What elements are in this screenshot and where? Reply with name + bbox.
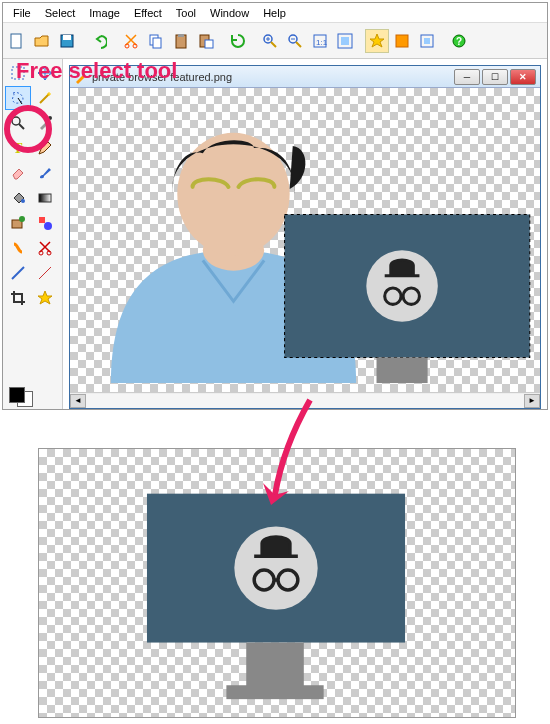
save-button[interactable] (55, 29, 79, 53)
main-toolbar: 1:1 ? (3, 23, 547, 59)
menubar: File Select Image Effect Tool Window Hel… (3, 3, 547, 23)
svg-rect-10 (205, 40, 213, 48)
svg-point-35 (19, 216, 25, 222)
document-window: private browser featured.png ─ ☐ ✕ (69, 65, 541, 409)
scroll-left-button[interactable]: ◄ (70, 394, 86, 408)
svg-text:?: ? (456, 36, 462, 47)
tool-brush[interactable] (32, 161, 58, 185)
foreground-color[interactable] (9, 387, 25, 403)
svg-rect-51 (246, 643, 304, 691)
tool-eraser[interactable] (5, 161, 31, 185)
svg-text:1:1: 1:1 (316, 38, 328, 47)
cut-button[interactable] (119, 29, 143, 53)
workspace: T private browser featured.pn (3, 59, 547, 409)
svg-rect-33 (39, 194, 51, 202)
tool-clone[interactable] (5, 211, 31, 235)
tool-shapes[interactable] (32, 211, 58, 235)
help-button[interactable]: ? (447, 29, 471, 53)
svg-rect-36 (39, 217, 45, 223)
undo-button[interactable] (87, 29, 111, 53)
svg-rect-0 (11, 34, 21, 48)
svg-rect-6 (153, 38, 161, 48)
svg-point-32 (21, 199, 25, 203)
menu-effect[interactable]: Effect (128, 5, 168, 21)
annotation-label: Free select tool (16, 58, 177, 84)
layer2-button[interactable] (415, 29, 439, 53)
tool-star[interactable] (32, 286, 58, 310)
open-button[interactable] (30, 29, 54, 53)
zoom-in-button[interactable] (258, 29, 282, 53)
paste-new-button[interactable] (194, 29, 218, 53)
zoom-actual-button[interactable]: 1:1 (308, 29, 332, 53)
copy-button[interactable] (144, 29, 168, 53)
minimize-button[interactable]: ─ (454, 69, 480, 85)
svg-rect-2 (63, 35, 71, 40)
scroll-right-button[interactable]: ► (524, 394, 540, 408)
paste-button[interactable] (169, 29, 193, 53)
svg-line-16 (296, 42, 301, 47)
zoom-fit-button[interactable] (333, 29, 357, 53)
tool-smudge[interactable] (5, 236, 31, 260)
annotation-circle (4, 105, 52, 153)
maximize-button[interactable]: ☐ (482, 69, 508, 85)
menu-image[interactable]: Image (83, 5, 126, 21)
zoom-out-button[interactable] (283, 29, 307, 53)
favorite-button[interactable] (365, 29, 389, 53)
menu-help[interactable]: Help (257, 5, 292, 21)
tool-line[interactable] (5, 261, 31, 285)
close-button[interactable]: ✕ (510, 69, 536, 85)
menu-window[interactable]: Window (204, 5, 255, 21)
svg-rect-22 (396, 35, 408, 47)
svg-rect-8 (178, 34, 184, 37)
svg-point-37 (44, 222, 52, 230)
tool-line2[interactable] (32, 261, 58, 285)
color-swatches[interactable] (3, 381, 63, 409)
svg-rect-24 (424, 38, 430, 44)
tool-crop[interactable] (5, 286, 31, 310)
menu-file[interactable]: File (7, 5, 37, 21)
layer1-button[interactable] (390, 29, 414, 53)
menu-tool[interactable]: Tool (170, 5, 202, 21)
svg-line-40 (12, 267, 24, 279)
canvas[interactable] (70, 88, 540, 392)
tool-scissors[interactable] (32, 236, 58, 260)
svg-rect-52 (226, 685, 323, 699)
svg-line-12 (271, 42, 276, 47)
new-button[interactable] (5, 29, 29, 53)
menu-select[interactable]: Select (39, 5, 82, 21)
canvas-area: private browser featured.png ─ ☐ ✕ (63, 59, 547, 409)
tool-gradient[interactable] (32, 186, 58, 210)
tool-paint-bucket[interactable] (5, 186, 31, 210)
refresh-button[interactable] (226, 29, 250, 53)
canvas-image (70, 88, 540, 392)
annotation-arrow (260, 395, 340, 515)
svg-line-41 (39, 267, 51, 279)
svg-rect-21 (341, 37, 349, 45)
svg-rect-45 (377, 358, 428, 384)
